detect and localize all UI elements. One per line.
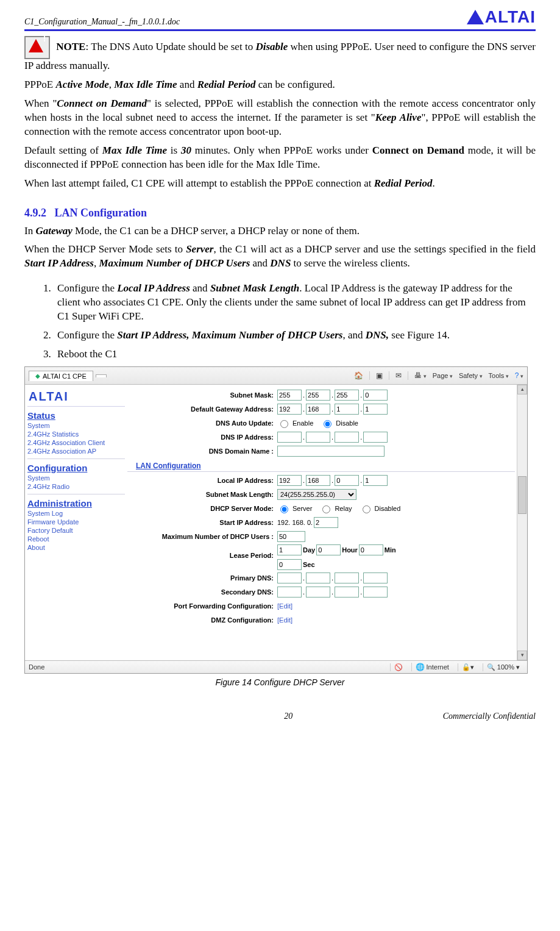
p3: When "Connect on Demand" is selected, PP… xyxy=(24,97,536,139)
label-portfwd: Port Forwarding Configuration: xyxy=(127,602,277,610)
pdns-oct1[interactable] xyxy=(277,573,302,583)
sdns-oct2[interactable] xyxy=(306,587,330,597)
sidebar-config-header[interactable]: Configuration xyxy=(27,463,125,473)
sidebar-link-assoc-ap[interactable]: 2.4GHz Association AP xyxy=(27,448,125,455)
localip-oct4[interactable] xyxy=(363,475,388,486)
sidebar-link-about[interactable]: About xyxy=(27,544,125,551)
dnsip-oct2[interactable] xyxy=(306,432,330,443)
warning-icon: ! xyxy=(24,36,50,59)
lan-section-header: LAN Configuration xyxy=(127,459,515,472)
browser-tab[interactable]: ◆ ALTAI C1 CPE xyxy=(29,371,93,381)
dhcp-server-radio[interactable] xyxy=(280,505,288,513)
sidebar-status-header[interactable]: Status xyxy=(27,410,125,421)
help-icon[interactable]: ? xyxy=(515,371,523,380)
subnet-mask-oct2[interactable] xyxy=(306,390,330,401)
browser-toolbar: 🏠 ▣ ✉ 🖶 Page Safety Tools ? xyxy=(354,371,523,380)
sidebar-link-syslog[interactable]: System Log xyxy=(27,510,125,517)
startip-last[interactable] xyxy=(314,517,338,528)
safety-menu[interactable]: Safety xyxy=(459,372,483,379)
favicon-icon: ◆ xyxy=(35,373,40,379)
p2: PPPoE Active Mode, Max Idle Time and Red… xyxy=(24,78,536,92)
label-local-ip: Local IP Address: xyxy=(127,477,277,484)
dns-domain-input[interactable] xyxy=(277,446,385,457)
figure-caption: Figure 14 Configure DHCP Server xyxy=(24,677,536,687)
sidebar-admin-header[interactable]: Administration xyxy=(27,498,125,508)
label-subnet-mask: Subnet Mask: xyxy=(127,391,277,399)
page-footer: 20 Commercially Confidential xyxy=(24,712,536,721)
scroll-up-icon[interactable]: ▴ xyxy=(517,385,527,394)
status-done: Done xyxy=(29,663,44,671)
label-dns-ip: DNS IP Address: xyxy=(127,433,277,441)
gw-oct4[interactable] xyxy=(363,404,388,415)
altai-logo: ALTAI xyxy=(467,7,536,27)
dhcp-disabled-radio[interactable] xyxy=(363,505,370,513)
dns-auto-disable-radio[interactable] xyxy=(324,420,331,428)
new-tab-button[interactable] xyxy=(96,374,107,377)
scroll-thumb[interactable] xyxy=(518,476,526,514)
lease-min-input[interactable] xyxy=(359,544,383,555)
sdns-oct1[interactable] xyxy=(277,587,302,597)
dnsip-oct1[interactable] xyxy=(277,432,302,443)
p4: Default setting of Max Idle Time is 30 m… xyxy=(24,144,536,172)
localip-oct3[interactable] xyxy=(335,475,359,486)
gw-oct2[interactable] xyxy=(306,404,330,415)
localip-oct1[interactable] xyxy=(277,475,302,486)
gw-oct3[interactable] xyxy=(335,404,359,415)
sdns-oct4[interactable] xyxy=(363,587,388,597)
sidebar: ALTAI Status System 2.4GHz Statistics 2.… xyxy=(25,385,125,660)
browser-tab-bar: ◆ ALTAI C1 CPE 🏠 ▣ ✉ 🖶 Page Safety Tools… xyxy=(25,367,527,385)
print-icon[interactable]: 🖶 xyxy=(414,371,427,380)
page-menu[interactable]: Page xyxy=(433,372,453,379)
mail-icon[interactable]: ✉ xyxy=(395,371,402,380)
portfwd-edit-link[interactable]: [Edit] xyxy=(277,602,292,610)
document-header: C1_Configuration_Manual_-_fm_1.0.0.1.doc… xyxy=(24,7,536,31)
subnet-mask-oct4[interactable] xyxy=(363,390,388,401)
sidebar-logo: ALTAI xyxy=(27,387,125,407)
scrollbar[interactable]: ▴ ▾ xyxy=(517,385,527,660)
label-sdns: Secondary DNS: xyxy=(127,588,277,596)
dnsip-oct4[interactable] xyxy=(363,432,388,443)
zoom-icon[interactable]: 🔍 xyxy=(487,663,495,671)
sidebar-link-config-system[interactable]: System xyxy=(27,474,125,482)
sidebar-link-firmware[interactable]: Firmware Update xyxy=(27,518,125,526)
sidebar-link-reboot[interactable]: Reboot xyxy=(27,535,125,543)
lease-hour-input[interactable] xyxy=(316,544,341,555)
feeds-icon[interactable]: ▣ xyxy=(376,371,383,380)
sidebar-link-system[interactable]: System xyxy=(27,422,125,429)
max-users-input[interactable] xyxy=(277,531,305,542)
sidebar-link-stats[interactable]: 2.4GHz Statistics xyxy=(27,430,125,438)
localip-oct2[interactable] xyxy=(306,475,330,486)
subnet-mask-oct1[interactable] xyxy=(277,390,302,401)
sml-select[interactable]: 24(255.255.255.0) xyxy=(277,489,356,500)
scroll-down-icon[interactable]: ▾ xyxy=(517,651,527,660)
logo-triangle-icon xyxy=(467,10,484,24)
home-icon[interactable]: 🏠 xyxy=(354,371,363,380)
internet-zone-icon: 🌐 xyxy=(416,663,425,671)
tools-menu[interactable]: Tools xyxy=(489,372,509,379)
sidebar-link-config-radio[interactable]: 2.4GHz Radio xyxy=(27,483,125,490)
label-dns-auto: DNS Auto Update: xyxy=(127,419,277,427)
steps-list: Configure the Local IP Address and Subne… xyxy=(24,282,536,362)
lease-day-input[interactable] xyxy=(277,544,302,555)
main-form-panel: Subnet Mask: . . . Default Gateway Addre… xyxy=(125,385,527,660)
dhcp-relay-radio[interactable] xyxy=(322,505,330,513)
blocked-icon[interactable]: 🚫 xyxy=(394,663,403,671)
dns-auto-enable-radio[interactable] xyxy=(280,420,288,428)
logo-text: ALTAI xyxy=(485,7,536,27)
pdns-oct4[interactable] xyxy=(363,573,388,583)
lease-sec-input[interactable] xyxy=(277,559,302,570)
sdns-oct3[interactable] xyxy=(335,587,359,597)
pdns-oct2[interactable] xyxy=(306,573,330,583)
subnet-mask-oct3[interactable] xyxy=(335,390,359,401)
step-2: Configure the Start IP Address, Maximum … xyxy=(54,329,536,343)
pdns-oct3[interactable] xyxy=(335,573,359,583)
dnsip-oct3[interactable] xyxy=(335,432,359,443)
sidebar-link-factory[interactable]: Factory Default xyxy=(27,527,125,534)
sidebar-link-assoc-client[interactable]: 2.4GHz Association Client xyxy=(27,439,125,446)
dmz-edit-link[interactable]: [Edit] xyxy=(277,616,292,624)
protected-mode-icon[interactable]: 🔓▾ xyxy=(462,663,474,671)
label-dhcp-mode: DHCP Server Mode: xyxy=(127,505,277,512)
label-lease: Lease Period: xyxy=(127,544,277,559)
page-number: 20 xyxy=(134,712,443,721)
gw-oct1[interactable] xyxy=(277,404,302,415)
